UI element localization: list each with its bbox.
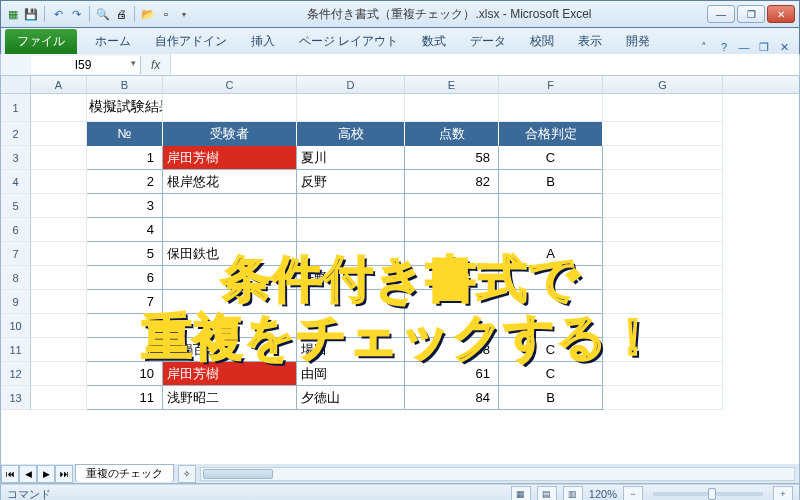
cell[interactable] — [603, 386, 723, 410]
cell[interactable] — [405, 94, 499, 122]
td-no[interactable]: 10 — [87, 362, 163, 386]
td-result[interactable]: B — [499, 386, 603, 410]
td-no[interactable]: 11 — [87, 386, 163, 410]
td-no[interactable]: 6 — [87, 266, 163, 290]
td-result[interactable]: C — [499, 146, 603, 170]
td-school[interactable]: 場田 — [297, 338, 405, 362]
td-no[interactable]: 4 — [87, 218, 163, 242]
cell[interactable] — [603, 290, 723, 314]
print-icon[interactable]: 🖨 — [113, 6, 129, 22]
td-score[interactable]: 61 — [405, 362, 499, 386]
th-school[interactable]: 高校 — [297, 122, 405, 146]
undo-icon[interactable]: ↶ — [50, 6, 66, 22]
row-header[interactable]: 1 — [1, 94, 31, 122]
ribbon-minimize-icon[interactable]: ˄ — [697, 40, 711, 54]
td-result[interactable]: C — [499, 338, 603, 362]
td-result[interactable] — [499, 314, 603, 338]
cell[interactable] — [31, 362, 87, 386]
td-score[interactable]: 58 — [405, 146, 499, 170]
col-header[interactable]: D — [297, 76, 405, 93]
cell[interactable] — [603, 194, 723, 218]
col-header[interactable]: E — [405, 76, 499, 93]
row-header[interactable]: 7 — [1, 242, 31, 266]
view-layout-icon[interactable]: ▤ — [537, 486, 557, 500]
sheet-nav-next-icon[interactable]: ▶ — [37, 465, 55, 483]
row-header[interactable]: 2 — [1, 122, 31, 146]
col-header[interactable]: C — [163, 76, 297, 93]
tab-insert[interactable]: 挿入 — [239, 29, 287, 54]
td-examinee[interactable] — [163, 290, 297, 314]
td-examinee[interactable] — [163, 194, 297, 218]
qat-dropdown-icon[interactable]: ▾ — [176, 6, 192, 22]
inner-restore-icon[interactable]: ❐ — [757, 40, 771, 54]
cell[interactable] — [31, 242, 87, 266]
td-result[interactable] — [499, 194, 603, 218]
td-result[interactable]: B — [499, 170, 603, 194]
cell[interactable] — [31, 194, 87, 218]
row-header[interactable]: 8 — [1, 266, 31, 290]
td-score[interactable]: 82 — [405, 170, 499, 194]
row-header[interactable]: 11 — [1, 338, 31, 362]
row-header[interactable]: 13 — [1, 386, 31, 410]
td-result[interactable] — [499, 266, 603, 290]
td-result[interactable] — [499, 290, 603, 314]
table-title-cell[interactable]: 模擬試験結果 — [87, 94, 163, 122]
td-school[interactable] — [297, 218, 405, 242]
td-no[interactable]: 9 — [87, 338, 163, 362]
td-result[interactable]: C — [499, 362, 603, 386]
col-header[interactable]: A — [31, 76, 87, 93]
th-result[interactable]: 合格判定 — [499, 122, 603, 146]
row-header[interactable]: 12 — [1, 362, 31, 386]
close-button[interactable]: ✕ — [767, 5, 795, 23]
td-examinee[interactable] — [163, 266, 297, 290]
tab-review[interactable]: 校閲 — [518, 29, 566, 54]
td-score[interactable] — [405, 266, 499, 290]
new-sheet-icon[interactable]: ✧ — [178, 465, 196, 483]
cell[interactable] — [31, 338, 87, 362]
td-examinee[interactable] — [163, 314, 297, 338]
td-examinee[interactable] — [163, 218, 297, 242]
th-examinee[interactable]: 受験者 — [163, 122, 297, 146]
maximize-button[interactable]: ❐ — [737, 5, 765, 23]
tab-home[interactable]: ホーム — [83, 29, 143, 54]
td-school[interactable] — [297, 314, 405, 338]
td-no[interactable]: 7 — [87, 290, 163, 314]
row-header[interactable]: 4 — [1, 170, 31, 194]
cell[interactable] — [31, 170, 87, 194]
td-school[interactable]: 由岡 — [297, 362, 405, 386]
td-school[interactable]: 丹野 — [297, 266, 405, 290]
sheet-nav-prev-icon[interactable]: ◀ — [19, 465, 37, 483]
cell[interactable] — [603, 146, 723, 170]
row-header[interactable]: 3 — [1, 146, 31, 170]
horizontal-scrollbar[interactable] — [200, 467, 795, 481]
td-examinee[interactable]: 浅野昭二 — [163, 386, 297, 410]
td-score[interactable] — [405, 194, 499, 218]
scroll-thumb[interactable] — [203, 469, 273, 479]
col-header[interactable]: G — [603, 76, 723, 93]
td-examinee[interactable]: 真鍋百合 — [163, 338, 297, 362]
zoom-knob[interactable] — [708, 488, 716, 500]
td-no[interactable]: 3 — [87, 194, 163, 218]
save-icon[interactable]: 💾 — [23, 6, 39, 22]
inner-minimize-icon[interactable]: — — [737, 40, 751, 54]
td-score[interactable] — [405, 218, 499, 242]
td-school[interactable]: 夕徳山 — [297, 386, 405, 410]
sheet-nav-first-icon[interactable]: ⏮ — [1, 465, 19, 483]
redo-icon[interactable]: ↷ — [68, 6, 84, 22]
worksheet-grid[interactable]: A B C D E F G 1 模擬試験結果 2 № 受験者 高校 点数 合格判… — [0, 76, 800, 464]
name-box[interactable]: I59 ▾ — [31, 56, 141, 74]
col-header[interactable]: B — [87, 76, 163, 93]
td-no[interactable]: 5 — [87, 242, 163, 266]
td-score[interactable] — [405, 290, 499, 314]
cell[interactable] — [31, 266, 87, 290]
tab-dev[interactable]: 開発 — [614, 29, 662, 54]
sheet-nav-last-icon[interactable]: ⏭ — [55, 465, 73, 483]
cell[interactable] — [31, 94, 87, 122]
tab-formula[interactable]: 数式 — [410, 29, 458, 54]
td-examinee[interactable]: 岸田芳樹 — [163, 146, 297, 170]
col-header[interactable]: F — [499, 76, 603, 93]
td-school[interactable] — [297, 194, 405, 218]
tab-view[interactable]: 表示 — [566, 29, 614, 54]
td-no[interactable]: 8 — [87, 314, 163, 338]
cell[interactable] — [499, 94, 603, 122]
